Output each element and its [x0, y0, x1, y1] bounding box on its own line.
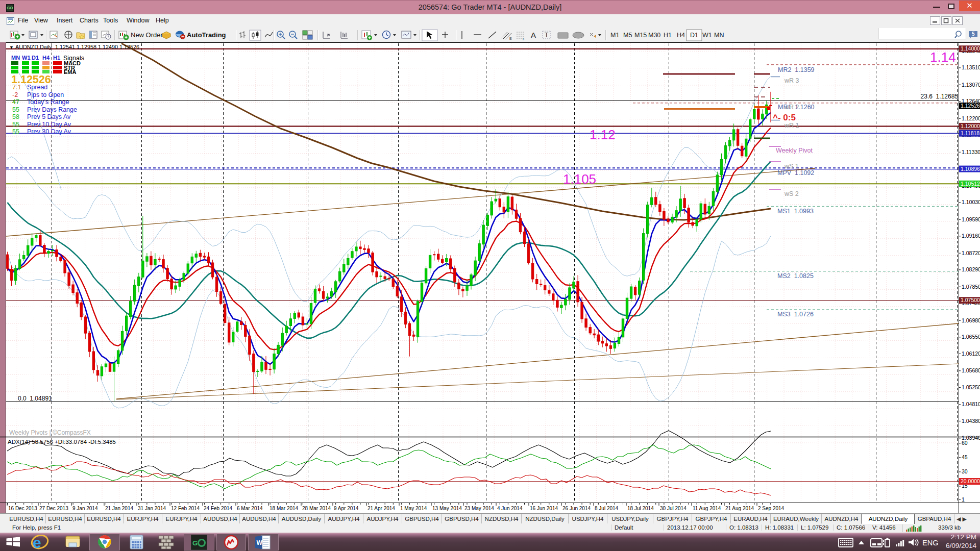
svg-text:E: E [509, 37, 512, 40]
svg-text:1.04380: 1.04380 [962, 418, 980, 424]
svg-text:21 Aug 2014: 21 Aug 2014 [725, 506, 754, 511]
svg-text:18 Jul 2014: 18 Jul 2014 [627, 506, 654, 511]
svg-text:1.13070: 1.13070 [962, 82, 980, 88]
svg-text:11 Aug 2014: 11 Aug 2014 [693, 506, 721, 511]
svg-text:13 May 2014: 13 May 2014 [432, 506, 462, 511]
svg-text:Pips to Open: Pips to Open [27, 91, 64, 98]
svg-text:MS2 1.0825: MS2 1.0825 [777, 272, 814, 280]
svg-text:1.14000: 1.14000 [961, 45, 980, 52]
svg-text:New Order: New Order [131, 31, 163, 39]
svg-text:1.06550: 1.06550 [962, 334, 980, 340]
svg-text:1.11330: 1.11330 [962, 149, 980, 155]
svg-text:28 Mar 2014: 28 Mar 2014 [302, 506, 331, 511]
svg-text:H1: H1 [53, 55, 60, 61]
svg-text:1.08720: 1.08720 [962, 250, 980, 256]
svg-text:31 Jan 2014: 31 Jan 2014 [138, 506, 166, 511]
svg-text:1.05250: 1.05250 [962, 384, 980, 390]
svg-text:30: 30 [962, 468, 968, 474]
svg-text:1.06120: 1.06120 [962, 350, 980, 357]
svg-text:M5: M5 [623, 32, 632, 39]
svg-text:F: F [523, 37, 525, 41]
svg-text:M15: M15 [634, 32, 647, 39]
svg-text:6 Mar 2014: 6 Mar 2014 [237, 506, 263, 511]
svg-text:Prev 30 Day Av: Prev 30 Day Av [27, 128, 71, 135]
svg-text:AutoTrading: AutoTrading [187, 31, 226, 39]
svg-text:-2: -2 [12, 91, 18, 98]
svg-text:47: 47 [12, 98, 19, 106]
svg-text:21 Jan 2014: 21 Jan 2014 [105, 506, 133, 511]
svg-text:0.0 1.04891: 0.0 1.04891 [18, 395, 52, 402]
svg-text:EMA: EMA [64, 69, 77, 75]
svg-text:1.12: 1.12 [590, 127, 616, 142]
svg-text:12 Feb 2014: 12 Feb 2014 [171, 506, 200, 511]
svg-text:M30: M30 [648, 32, 660, 39]
svg-text:1.105: 1.105 [563, 171, 596, 187]
svg-text:MN: MN [11, 55, 20, 61]
svg-text:M1: M1 [610, 32, 619, 39]
svg-text:wS 1: wS 1 [784, 163, 799, 170]
svg-text:MS3 1.0726: MS3 1.0726 [777, 311, 814, 318]
svg-text:wS 2: wS 2 [784, 190, 799, 197]
svg-text:1.07500: 1.07500 [961, 297, 980, 303]
svg-text:1.12200: 1.12200 [962, 115, 980, 121]
svg-text:8 Jul 2014: 8 Jul 2014 [595, 506, 619, 511]
svg-text:1.09590: 1.09590 [962, 216, 980, 222]
svg-text:MS1 1.0993: MS1 1.0993 [777, 208, 814, 215]
svg-text:Prev Days Range: Prev Days Range [27, 106, 77, 113]
svg-text:H4: H4 [42, 55, 50, 61]
svg-text:55: 55 [12, 121, 19, 128]
svg-text:W1: W1 [22, 55, 31, 61]
svg-text:21 Apr 2014: 21 Apr 2014 [368, 506, 395, 511]
svg-text:5: 5 [972, 31, 975, 37]
svg-text:Weekly Pivots | ©CompassFX: Weekly Pivots | ©CompassFX [9, 429, 91, 436]
svg-text:23 May 2014: 23 May 2014 [464, 506, 494, 511]
svg-text:20.0000: 20.0000 [961, 478, 980, 484]
svg-text:H1: H1 [664, 32, 672, 39]
svg-text:MR1 1.1260: MR1 1.1260 [778, 104, 815, 111]
svg-text:1.14: 1.14 [930, 49, 956, 65]
svg-text:wR 3: wR 3 [784, 77, 799, 84]
svg-text:1.10030: 1.10030 [962, 199, 980, 205]
svg-text:1.10512: 1.10512 [961, 181, 980, 187]
svg-text:45: 45 [962, 454, 968, 460]
svg-text:▼: ▼ [9, 45, 14, 50]
svg-text:MR2 1.1359: MR2 1.1359 [778, 66, 815, 73]
svg-text:T: T [545, 32, 549, 39]
svg-text:G: G [192, 539, 198, 547]
svg-text:wR 1: wR 1 [784, 122, 799, 129]
svg-text:7.1: 7.1 [12, 84, 21, 91]
svg-text:AUDNZD,Daily 1.12541 1.12958: AUDNZD,Daily 1.12541 1.12958 1.12490 1.1… [15, 44, 139, 50]
svg-text:58: 58 [12, 113, 19, 120]
svg-text:W: W [257, 539, 263, 546]
svg-text:e: e [33, 535, 41, 550]
svg-text:1.07850: 1.07850 [962, 284, 980, 290]
svg-text:1.10896: 1.10896 [961, 166, 980, 172]
svg-text:1.05680: 1.05680 [962, 367, 980, 373]
svg-text:MPV 1.1092: MPV 1.1092 [777, 169, 814, 177]
svg-text:D1: D1 [690, 32, 698, 39]
svg-text:^- 0:5: ^- 0:5 [773, 113, 796, 122]
svg-text:9 Apr 2014: 9 Apr 2014 [334, 506, 359, 511]
svg-text:1.04810: 1.04810 [962, 401, 980, 407]
svg-text:1.13510: 1.13510 [962, 64, 980, 70]
svg-text:Prev 5 Days Av: Prev 5 Days Av [27, 113, 71, 120]
svg-text:1.11818: 1.11818 [961, 130, 979, 136]
svg-text:23.6 1.12685: 23.6 1.12685 [921, 93, 959, 100]
svg-text:Today’s Range: Today’s Range [27, 98, 69, 106]
svg-text:W1: W1 [702, 32, 712, 39]
svg-text:H4: H4 [677, 32, 685, 39]
svg-text:A: A [531, 31, 536, 39]
svg-text:24 Feb 2014: 24 Feb 2014 [204, 506, 233, 511]
svg-text:1.08290: 1.08290 [962, 266, 980, 272]
svg-text:30 Jul 2014: 30 Jul 2014 [660, 506, 687, 511]
svg-text:18 Mar 2014: 18 Mar 2014 [270, 506, 299, 511]
svg-text:Weekly Pivot: Weekly Pivot [776, 147, 813, 154]
svg-text:60: 60 [962, 440, 968, 446]
svg-text:1 May 2014: 1 May 2014 [400, 506, 427, 511]
svg-text:1.06980: 1.06980 [962, 317, 980, 323]
svg-text:27 Dec 2013: 27 Dec 2013 [39, 506, 68, 511]
svg-text:1.09160: 1.09160 [962, 233, 980, 239]
svg-text:1.12526: 1.12526 [961, 103, 980, 109]
svg-text:55: 55 [12, 128, 19, 135]
svg-text:MN: MN [714, 32, 724, 39]
